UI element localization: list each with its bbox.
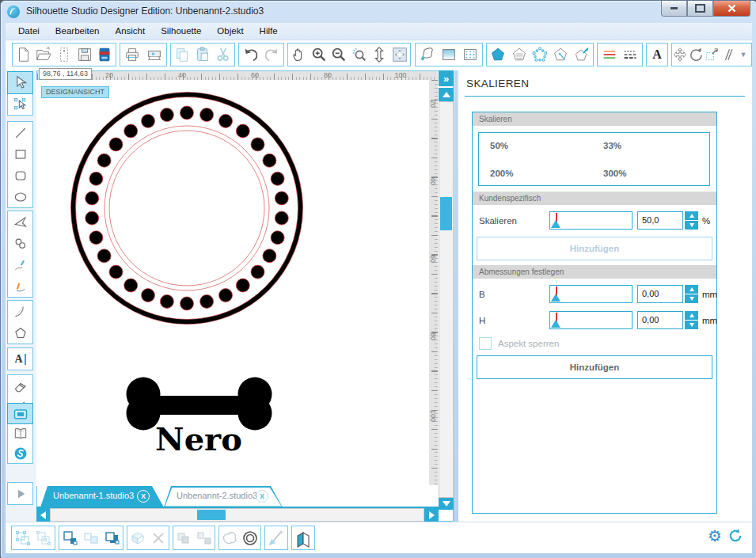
spin-up-button[interactable]: [685, 311, 698, 320]
send-to-cutter-button[interactable]: [145, 44, 164, 65]
width-value-input[interactable]: 0,00: [637, 285, 683, 303]
fit-to-page-button[interactable]: [390, 44, 409, 65]
shape-pattern-button[interactable]: [551, 44, 570, 65]
send-button[interactable]: [8, 483, 32, 504]
fill-pattern-button[interactable]: [461, 44, 480, 65]
cut-button[interactable]: [214, 44, 233, 65]
redo-button[interactable]: [262, 44, 281, 65]
group-button[interactable]: [174, 528, 193, 549]
replicate-button[interactable]: [102, 528, 121, 549]
menu-datei[interactable]: Datei: [10, 23, 47, 40]
slider-thumb[interactable]: [551, 220, 560, 228]
edit-points-tool-button[interactable]: [8, 93, 32, 115]
design-bone[interactable]: Nero: [127, 378, 272, 458]
apply-dimensions-button[interactable]: Hinzufügen: [477, 355, 712, 379]
save-to-library-button[interactable]: [95, 44, 114, 65]
text-tool-button[interactable]: A: [8, 348, 32, 370]
maximize-button[interactable]: [687, 1, 713, 17]
library-view-button[interactable]: [8, 423, 32, 443]
line-color-button[interactable]: [600, 44, 619, 65]
flip-object-button[interactable]: [294, 528, 313, 549]
spin-down-button[interactable]: [685, 221, 698, 230]
minimize-button[interactable]: [661, 1, 687, 17]
preset-200-button[interactable]: 200%: [490, 169, 513, 178]
scroll-right-button[interactable]: [424, 508, 439, 522]
scroll-left-button[interactable]: [36, 508, 50, 522]
open-file-button[interactable]: [34, 44, 53, 65]
print-button[interactable]: [123, 44, 142, 65]
design-view-button[interactable]: [8, 404, 32, 423]
select-tool-button[interactable]: [8, 72, 32, 93]
design-canvas[interactable]: DESIGNANSICHT Nero: [36, 80, 429, 486]
preset-300-button[interactable]: 300%: [603, 169, 626, 178]
concentric-offset-button[interactable]: [241, 528, 260, 549]
width-slider[interactable]: [549, 285, 633, 303]
design-circle-tag[interactable]: [71, 93, 303, 325]
spin-up-button[interactable]: [685, 285, 698, 294]
offset-button[interactable]: [220, 528, 239, 549]
horizontal-scrollbar[interactable]: [50, 508, 424, 522]
shape-gradient-button[interactable]: [510, 44, 529, 65]
menu-silhouette[interactable]: Silhouette: [153, 23, 209, 40]
preset-33-button[interactable]: 33%: [603, 141, 621, 150]
line-dash-button[interactable]: [621, 44, 640, 65]
menu-objekt[interactable]: Objekt: [209, 23, 251, 40]
modify-tool-button[interactable]: [267, 528, 286, 549]
close-button[interactable]: [713, 1, 750, 17]
menu-hilfe[interactable]: Hilfe: [252, 23, 286, 40]
shape-points-button[interactable]: [530, 44, 549, 65]
custom-scale-value-input[interactable]: 50,0: [637, 211, 683, 230]
height-slider[interactable]: [549, 311, 633, 329]
fill-color-button[interactable]: [418, 44, 437, 65]
eraser-tool-button[interactable]: [8, 375, 32, 397]
new-document-button[interactable]: [14, 44, 33, 65]
tab-close-icon[interactable]: X: [137, 490, 150, 503]
weld-button[interactable]: [128, 528, 147, 549]
mirror-button[interactable]: [82, 528, 101, 549]
fill-gradient-button[interactable]: [439, 44, 458, 65]
regular-polygon-tool-button[interactable]: [8, 322, 32, 344]
title-bar[interactable]: Silhouette Studio Designer Edition: Unbe…: [1, 1, 756, 23]
undo-button[interactable]: [241, 44, 260, 65]
duplicate-button[interactable]: [61, 528, 80, 549]
pan-tool-button[interactable]: [289, 44, 308, 65]
deselect-all-button[interactable]: [34, 528, 53, 549]
vertical-scroll-thumb[interactable]: [440, 197, 452, 230]
lock-aspect-checkbox[interactable]: [479, 337, 492, 350]
spin-down-button[interactable]: [685, 294, 698, 303]
zoom-drawing-button[interactable]: [370, 44, 389, 65]
spin-up-button[interactable]: [685, 211, 698, 220]
zoom-in-button[interactable]: [310, 44, 329, 65]
rectangle-tool-button[interactable]: [8, 143, 32, 165]
menu-ansicht[interactable]: Ansicht: [107, 23, 153, 40]
shape-fill-button[interactable]: [488, 44, 507, 65]
slider-thumb[interactable]: [551, 320, 560, 328]
copy-button[interactable]: [173, 44, 192, 65]
tab-unbenannt-1[interactable]: Unbenannt-1.studio3 X: [40, 486, 164, 507]
slider-thumb[interactable]: [551, 294, 560, 302]
zoom-selection-button[interactable]: [350, 44, 369, 65]
ungroup-button[interactable]: [195, 528, 214, 549]
zoom-out-button[interactable]: [329, 44, 348, 65]
custom-scale-slider[interactable]: [549, 211, 633, 230]
paste-button[interactable]: [193, 44, 212, 65]
height-value-input[interactable]: 0,00: [637, 311, 683, 329]
freehand-tool-button[interactable]: [8, 254, 32, 275]
spin-down-button[interactable]: [685, 321, 698, 329]
shear-button[interactable]: [720, 44, 735, 65]
preset-50-button[interactable]: 50%: [490, 141, 508, 150]
menu-bearbeiten[interactable]: Bearbeiten: [47, 23, 108, 40]
move-button[interactable]: [672, 44, 688, 65]
horizontal-scroll-thumb[interactable]: [197, 510, 226, 520]
tab-unbenannt-2[interactable]: Unbenannt-2.studio3 X: [164, 486, 283, 507]
arc-tool-button[interactable]: [8, 301, 32, 322]
text-style-button[interactable]: A: [648, 44, 667, 65]
ellipse-tool-button[interactable]: [8, 186, 32, 207]
rounded-rectangle-tool-button[interactable]: [8, 165, 32, 186]
scroll-up-button[interactable]: [439, 88, 454, 101]
apply-scale-button[interactable]: Hinzufügen: [477, 237, 712, 260]
vertical-scrollbar[interactable]: [439, 101, 454, 498]
select-all-button[interactable]: [13, 528, 32, 549]
page-setup-button[interactable]: [55, 44, 74, 65]
smooth-freehand-tool-button[interactable]: [8, 275, 32, 297]
